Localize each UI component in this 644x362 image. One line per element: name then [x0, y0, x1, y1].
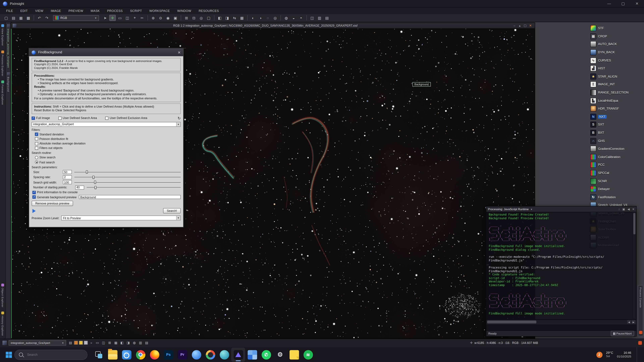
process-console-window[interactable]: Processing: JavaScript Runtime ▼ ↕ ▣ ◀ ✕…	[486, 206, 636, 337]
channel-selector[interactable]: RGB ▼	[53, 15, 99, 21]
screen-layout-9[interactable]: ▤	[144, 340, 149, 345]
image-window-titlebar[interactable]: RGB 1:2 integration_autocrop_GraXpert | …	[11, 23, 535, 29]
menu-process[interactable]: PROCESS	[103, 9, 126, 13]
background-preview-label[interactable]: Background	[412, 82, 431, 87]
taskbar-app-blue[interactable]	[189, 348, 203, 362]
toolbar-fit-window-icon[interactable]: ▢	[205, 15, 212, 21]
screen-layout-2[interactable]: ◫	[101, 340, 106, 345]
toolbar-save-image-icon[interactable]: ▦	[18, 15, 24, 21]
taskbar-chrome[interactable]	[134, 348, 148, 362]
screen-layout-5[interactable]: ◧	[119, 340, 124, 345]
taskbar-file-explorer[interactable]	[106, 348, 120, 362]
page-icon[interactable]: ▤	[68, 340, 73, 345]
user-defined-exclusion-area-checkbox[interactable]	[105, 116, 108, 120]
toolbar-show-masks-icon[interactable]: ◍	[283, 15, 290, 21]
swatch-gray-icon[interactable]	[84, 340, 88, 345]
process-icon-range-selection[interactable]: RANGE_SELECTION	[590, 88, 639, 96]
image-close-button[interactable]: ✕	[528, 24, 533, 27]
image-maximize-button[interactable]: ▢	[522, 24, 528, 27]
taskbar-photoshop[interactable]: Ps	[161, 348, 175, 362]
console-float-icon[interactable]: ▣	[622, 207, 625, 211]
console-horizontal-scrollbar[interactable]: ◀ ▶	[486, 319, 636, 324]
param-spacing-rate--field[interactable]	[63, 175, 72, 179]
print-info-checkbox[interactable]	[32, 191, 36, 194]
process-icon-hist[interactable]: ▟HIST	[590, 64, 639, 72]
menu-mask[interactable]: MASK	[87, 9, 103, 13]
process-icon-sxt[interactable]: SSXT	[590, 121, 639, 129]
filters-out-objects-checkbox[interactable]	[35, 146, 38, 150]
search-input[interactable]	[26, 352, 77, 357]
taskbar-settings[interactable]: ⚙	[273, 348, 287, 362]
explorer-tab-format-explorer[interactable]: Format Explorer	[1, 79, 4, 108]
toolbar-zoom-1-1-icon[interactable]: ◎	[198, 15, 204, 21]
slider-handle[interactable]	[94, 181, 96, 184]
menu-edit[interactable]: EDIT	[17, 9, 32, 13]
screen-layout-8[interactable]: ▥	[138, 340, 143, 345]
taskbar-pixinsight[interactable]	[231, 348, 245, 362]
explorer-tab-object-explorer[interactable]: Object Explorer	[1, 281, 4, 310]
toolbar-open-image-icon[interactable]: ▤	[10, 15, 17, 21]
screen-layout-1[interactable]: ▭	[94, 340, 100, 345]
taskbar-app-dark[interactable]	[203, 348, 217, 362]
standard-deviation-checkbox[interactable]	[35, 133, 38, 136]
menu-file[interactable]: FILE	[2, 9, 17, 13]
full-image-checkbox[interactable]	[32, 116, 35, 120]
toolbar-readout-tool-icon[interactable]: ⌖	[132, 15, 138, 21]
menu-image[interactable]: IMAGE	[47, 9, 65, 13]
taskbar-clock[interactable]: 16:46 01/10/2025	[617, 351, 631, 358]
toolbar-new-image-icon[interactable]: ▢	[3, 15, 10, 21]
image-tab-background[interactable]: Background	[7, 70, 10, 94]
process-icon-spccal[interactable]: SPCCal	[590, 169, 639, 177]
screen-layout-7[interactable]: ◍	[132, 340, 137, 345]
process-icon-bxt[interactable]: BBXT	[590, 129, 639, 137]
slider-handle[interactable]	[92, 175, 94, 179]
slider-handle[interactable]	[86, 170, 88, 174]
absolute-median-average-deviation-checkbox[interactable]	[35, 142, 38, 145]
console-vertical-scrollbar[interactable]	[633, 212, 636, 319]
screen-layout-3[interactable]: ⊞	[107, 340, 112, 345]
taskbar-premiere[interactable]: Pr	[176, 348, 189, 362]
param-number-of-starting-points--field[interactable]	[75, 185, 84, 189]
start-button[interactable]	[6, 352, 8, 355]
fast-search-radio[interactable]	[35, 161, 38, 164]
console-resize-icon[interactable]: ↕	[618, 207, 620, 211]
taskbar-outlook[interactable]	[120, 348, 134, 362]
taskbar-task-view[interactable]	[92, 348, 106, 362]
toolbar-enable-mask-icon[interactable]: ◓	[298, 15, 304, 21]
dialog-titlebar[interactable]: FindBackground ✕	[29, 48, 183, 56]
toolbar-actual-size-tool-icon[interactable]: ◉	[165, 15, 171, 21]
toolbar-new-preview-tool-icon[interactable]: ▭	[117, 15, 123, 21]
process-icon-colorcalibration[interactable]: ColorCalibration	[590, 153, 639, 161]
user-defined-search-area-checkbox[interactable]	[58, 116, 62, 120]
process-icon-fastrotation[interactable]: ↻FastRotation	[590, 193, 639, 201]
toolbar-crop-tool-icon[interactable]: ✂	[139, 15, 146, 21]
console-titlebar[interactable]: Processing: JavaScript Runtime ▼ ↕ ▣ ◀ ✕	[486, 206, 636, 212]
toolbar-zoom-out-icon[interactable]: ⊟	[190, 15, 197, 21]
process-icon-nxt[interactable]: NNXT	[590, 113, 639, 121]
menu-view[interactable]: VIEW	[31, 9, 47, 13]
app-minimize-button[interactable]: —	[602, 0, 616, 7]
toolbar-stf-auto-icon[interactable]: ◐	[250, 15, 256, 21]
slider-handle[interactable]	[94, 186, 96, 189]
target-view-selector[interactable]: integration_autocrop_GraXpert ▼	[32, 122, 181, 126]
toolbar-split-horizontal-icon[interactable]: ◧	[216, 15, 223, 21]
toolbar-undo-icon[interactable]: ↶	[36, 15, 43, 21]
image-tab-integration-autocrop-graxpert[interactable]: integration_autocrop_GraXpert	[7, 22, 10, 70]
image-minimize-button[interactable]: –	[512, 24, 517, 27]
toolbar-move-tool-icon[interactable]: ✛	[109, 15, 116, 21]
process-icon-crop[interactable]: ▦CROP	[590, 32, 639, 40]
poisson-distribution-fit-checkbox[interactable]	[35, 137, 38, 141]
menu-window[interactable]: WINDOW	[174, 9, 195, 13]
scroll-left-icon[interactable]: ◀	[627, 320, 631, 324]
menu-script[interactable]: SCRIPT	[126, 9, 146, 13]
toolbar-split-vertical-icon[interactable]: ◨	[224, 15, 230, 21]
toolbar-zoom-in-tool-icon[interactable]: ⊕	[150, 15, 156, 21]
process-icon-dyn-back[interactable]: DYN_BACK	[590, 48, 639, 56]
toolbar-stf-reset-icon[interactable]: ◌	[264, 15, 271, 21]
toolbar-save-as-image-icon[interactable]: ▩	[25, 15, 32, 21]
process-icon-hdr-transf[interactable]: HDR_TRANSF	[590, 105, 639, 113]
dialog-close-button[interactable]: ✕	[178, 50, 180, 54]
param-search-grid-width--slider[interactable]	[74, 180, 180, 184]
toolbar-swap-views-icon[interactable]: ⇆	[231, 15, 238, 21]
console-menu-icon[interactable]: ▼	[530, 208, 532, 210]
